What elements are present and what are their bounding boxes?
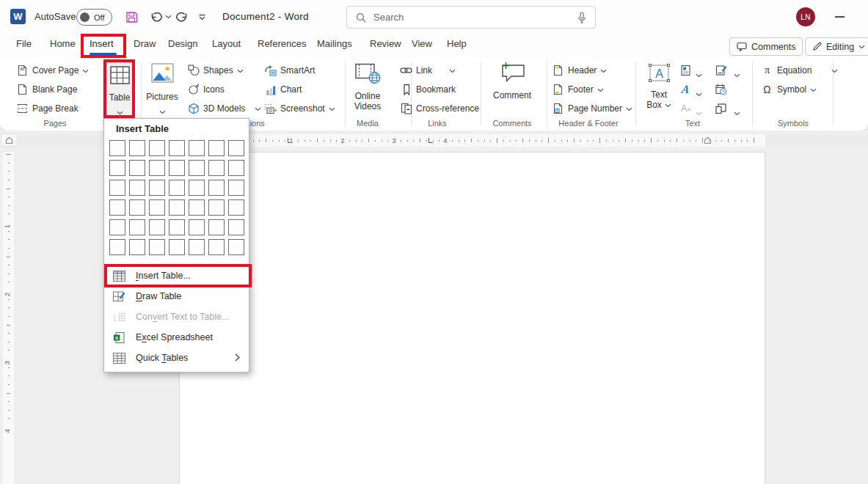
- date-time-icon[interactable]: [715, 83, 727, 95]
- table-size-cell[interactable]: [109, 160, 125, 176]
- pictures-button[interactable]: Pictures: [146, 63, 178, 117]
- smartart-button[interactable]: SmartArt: [264, 64, 315, 77]
- object-icon[interactable]: [715, 102, 727, 114]
- avatar[interactable]: LN: [796, 7, 815, 26]
- table-size-cell[interactable]: [109, 140, 125, 156]
- tab-help[interactable]: Help: [447, 38, 467, 49]
- footer-button[interactable]: Footer: [552, 83, 604, 96]
- table-size-cell[interactable]: [208, 219, 225, 235]
- tab-references[interactable]: References: [258, 38, 306, 49]
- table-size-cell[interactable]: [169, 140, 185, 156]
- shapes-button[interactable]: Shapes: [187, 64, 244, 77]
- table-button[interactable]: Table: [106, 62, 134, 120]
- menu-item-insert-table[interactable]: Insert Table...: [104, 265, 249, 286]
- table-size-cell[interactable]: [169, 239, 185, 255]
- search-input[interactable]: [372, 11, 577, 23]
- document-page[interactable]: [179, 152, 765, 484]
- table-size-cell[interactable]: [228, 140, 244, 156]
- table-size-cell[interactable]: [149, 160, 165, 176]
- table-size-cell[interactable]: [169, 199, 185, 216]
- table-size-cell[interactable]: [189, 219, 205, 235]
- comment-button[interactable]: Comment: [492, 62, 533, 100]
- bookmark-button[interactable]: Bookmark: [400, 83, 456, 96]
- table-size-cell[interactable]: [208, 160, 225, 176]
- table-size-cell[interactable]: [149, 239, 165, 255]
- table-size-cell[interactable]: [208, 180, 225, 196]
- tab-mailings[interactable]: Mailings: [317, 38, 352, 49]
- table-size-cell[interactable]: [129, 239, 145, 255]
- page-number-button[interactable]: # Page Number: [552, 102, 632, 115]
- menu-item-quick-tables[interactable]: Quick Tables: [104, 348, 249, 368]
- redo-icon[interactable]: [174, 10, 189, 23]
- chevron-down-icon[interactable]: [734, 106, 740, 119]
- minimize-button[interactable]: [835, 16, 845, 18]
- indent-marker-icon[interactable]: [703, 136, 712, 144]
- signature-line-icon[interactable]: [715, 64, 727, 76]
- table-size-cell[interactable]: [109, 219, 125, 235]
- wordart-icon[interactable]: A: [679, 83, 692, 95]
- undo-icon[interactable]: [149, 10, 164, 23]
- customize-toolbar-icon[interactable]: [194, 10, 209, 23]
- table-size-cell[interactable]: [109, 239, 125, 255]
- icons-button[interactable]: Icons: [187, 83, 225, 96]
- table-size-cell[interactable]: [228, 180, 244, 196]
- table-size-cell[interactable]: [189, 199, 205, 216]
- table-size-cell[interactable]: [149, 140, 165, 156]
- table-size-cell[interactable]: [129, 140, 145, 156]
- autosave-toggle[interactable]: Off: [76, 9, 112, 26]
- table-size-cell[interactable]: [189, 140, 205, 156]
- quick-parts-icon[interactable]: [679, 64, 692, 76]
- table-size-cell[interactable]: [228, 160, 244, 176]
- table-size-cell[interactable]: [169, 180, 185, 196]
- tab-selector[interactable]: [1, 133, 17, 147]
- table-size-cell[interactable]: [149, 180, 165, 196]
- link-button[interactable]: Link: [400, 64, 456, 77]
- table-size-cell[interactable]: [129, 219, 145, 235]
- tab-view[interactable]: View: [412, 38, 432, 49]
- table-size-cell[interactable]: [149, 199, 165, 216]
- table-size-cell[interactable]: [228, 199, 244, 216]
- table-size-cell[interactable]: [129, 160, 145, 176]
- table-size-cell[interactable]: [189, 160, 205, 176]
- table-size-cell[interactable]: [228, 219, 244, 235]
- search-box[interactable]: [346, 6, 596, 29]
- table-size-grid[interactable]: [109, 140, 244, 255]
- page-break-button[interactable]: Page Break: [16, 102, 79, 115]
- equation-button[interactable]: π Equation: [761, 64, 838, 77]
- tab-insert[interactable]: Insert: [90, 38, 114, 49]
- table-size-cell[interactable]: [109, 199, 125, 216]
- table-size-cell[interactable]: [129, 180, 145, 196]
- blank-page-button[interactable]: Blank Page: [16, 83, 77, 96]
- table-size-cell[interactable]: [169, 160, 185, 176]
- chart-button[interactable]: Chart: [264, 83, 302, 96]
- table-size-cell[interactable]: [189, 180, 205, 196]
- table-size-cell[interactable]: [169, 219, 185, 235]
- chevron-down-icon[interactable]: [696, 87, 702, 100]
- tab-file[interactable]: File: [16, 38, 32, 49]
- microphone-icon[interactable]: [577, 12, 586, 23]
- cover-page-button[interactable]: Cover Page: [16, 64, 89, 77]
- header-button[interactable]: Header: [552, 64, 607, 77]
- comments-button[interactable]: Comments: [729, 37, 803, 56]
- undo-chevron-down-icon[interactable]: [164, 10, 172, 23]
- online-videos-button[interactable]: Online Videos: [351, 63, 384, 111]
- menu-item-draw-table[interactable]: Draw Table: [104, 286, 249, 307]
- screenshot-button[interactable]: Screenshot: [264, 102, 335, 115]
- menu-item-excel-spreadsheet[interactable]: xExcel Spreadsheet: [104, 327, 249, 348]
- table-size-cell[interactable]: [208, 140, 225, 156]
- tab-design[interactable]: Design: [168, 38, 197, 49]
- tab-home[interactable]: Home: [50, 38, 76, 49]
- table-size-cell[interactable]: [189, 239, 205, 255]
- table-size-cell[interactable]: [208, 239, 225, 255]
- tab-draw[interactable]: Draw: [134, 38, 156, 49]
- symbol-button[interactable]: Ω Symbol: [761, 83, 817, 96]
- tab-review[interactable]: Review: [370, 38, 401, 49]
- table-size-cell[interactable]: [129, 199, 145, 216]
- cross-reference-button[interactable]: Cross-reference: [400, 102, 479, 115]
- save-icon[interactable]: [124, 10, 139, 23]
- table-size-cell[interactable]: [208, 199, 225, 216]
- table-size-cell[interactable]: [109, 180, 125, 196]
- chevron-down-icon[interactable]: [734, 67, 740, 81]
- table-size-cell[interactable]: [149, 219, 165, 235]
- editing-button[interactable]: Editing: [805, 37, 868, 56]
